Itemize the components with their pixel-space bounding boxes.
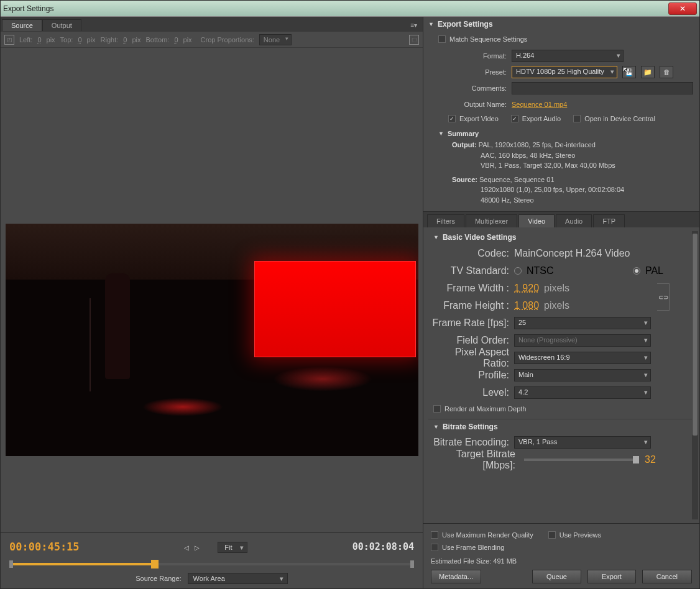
level-label: Level: <box>428 387 509 398</box>
tab-filters[interactable]: Filters <box>427 214 464 227</box>
scrubber[interactable] <box>9 558 414 570</box>
close-button[interactable]: ✕ <box>668 2 697 15</box>
video-settings-scroll: ▼ Basic Video Settings Codec: MainConcep… <box>423 227 699 523</box>
preview-area <box>1 48 423 532</box>
export-settings-window: Export Settings ✕ Source Output ≡▾ ◰ Lef… <box>0 0 700 589</box>
tv-standard-label: TV Standard: <box>428 265 509 276</box>
target-bitrate-slider[interactable] <box>524 459 636 461</box>
basic-video-header[interactable]: ▼ Basic Video Settings <box>428 230 694 245</box>
disclosure-icon: ▼ <box>433 234 439 240</box>
crop-bottom-value[interactable]: 0 <box>174 36 178 43</box>
level-dropdown[interactable]: 4.2 <box>514 386 651 399</box>
queue-button[interactable]: Queue <box>532 570 581 583</box>
frame-rate-dropdown[interactable]: 25 <box>514 317 651 329</box>
crop-top-value[interactable]: 0 <box>78 36 81 43</box>
target-bitrate-value[interactable]: 32 <box>645 454 656 465</box>
crop-right-label: Right: <box>101 36 119 43</box>
format-dropdown[interactable]: H.264 <box>512 50 624 62</box>
crop-left-label: Left: <box>19 36 32 43</box>
tab-source[interactable]: Source <box>2 19 42 31</box>
window-title: Export Settings <box>3 4 668 13</box>
preset-label: Preset: <box>438 68 507 76</box>
frame-width-label: Frame Width : <box>428 283 509 294</box>
frame-rate-label: Frame Rate [fps]: <box>428 317 509 329</box>
link-dimensions-icon[interactable]: ⊂⊃ <box>657 283 670 311</box>
use-previews-checkbox[interactable] <box>548 531 556 539</box>
frame-height-value[interactable]: 1 080 <box>514 300 539 311</box>
crop-reset-icon[interactable]: ⬚ <box>409 35 419 45</box>
current-timecode[interactable]: 00:00:45:15 <box>9 541 80 553</box>
mouse-cursor-icon: ↖ <box>622 65 630 75</box>
codec-label: Codec: <box>428 248 509 259</box>
pal-radio[interactable] <box>633 267 640 275</box>
disclosure-icon: ▼ <box>433 424 439 430</box>
scroll-thumb[interactable] <box>693 234 698 436</box>
crop-left-value[interactable]: 0 <box>37 36 41 43</box>
scrollbar[interactable] <box>692 231 698 519</box>
step-icons[interactable]: ◁ ▷ <box>184 544 201 551</box>
tab-ftp[interactable]: FTP <box>593 214 625 227</box>
match-sequence-checkbox[interactable] <box>438 35 446 43</box>
tab-output[interactable]: Output <box>42 19 81 31</box>
export-video-checkbox[interactable] <box>448 115 456 122</box>
profile-dropdown[interactable]: Main <box>514 369 651 381</box>
open-icon: 📁 <box>643 68 652 76</box>
max-render-quality-checkbox[interactable] <box>431 531 438 539</box>
bitrate-encoding-dropdown[interactable]: VBR, 1 Pass <box>514 436 651 449</box>
titlebar[interactable]: Export Settings ✕ <box>1 1 699 17</box>
field-order-dropdown[interactable]: None (Progressive) <box>514 334 651 347</box>
profile-label: Profile: <box>428 370 509 381</box>
metadata-button[interactable]: Metadata... <box>431 570 481 583</box>
target-bitrate-label: Target Bitrate [Mbps]: <box>428 449 515 471</box>
output-name-link[interactable]: Sequence 01.mp4 <box>512 101 567 108</box>
summary-source-label: Source: <box>452 176 477 183</box>
comments-input[interactable] <box>512 82 693 94</box>
preview-tabs: Source Output ≡▾ <box>1 17 423 32</box>
export-settings-header[interactable]: ▼ Export Settings <box>423 17 699 32</box>
in-point-handle[interactable] <box>9 560 13 568</box>
export-button[interactable]: Export <box>587 570 636 583</box>
max-depth-checkbox[interactable] <box>433 405 441 413</box>
delete-preset-button[interactable]: 🗑 <box>660 66 673 78</box>
import-preset-button[interactable]: 📁 <box>641 66 655 78</box>
playhead[interactable] <box>151 560 159 568</box>
trash-icon: 🗑 <box>663 68 670 76</box>
crop-bottom-label: Bottom: <box>146 36 170 43</box>
disclosure-icon: ▼ <box>438 130 444 137</box>
cancel-button[interactable]: Cancel <box>642 570 692 583</box>
frame-height-label: Frame Height : <box>428 300 509 311</box>
preset-dropdown[interactable]: HDTV 1080p 25 High Quality <box>512 66 617 78</box>
preview-red-screen <box>254 261 416 357</box>
pixel-aspect-label: Pixel Aspect Ratio: <box>428 347 509 369</box>
summary-header[interactable]: ▼ Summary <box>438 127 693 140</box>
tab-audio[interactable]: Audio <box>556 214 592 227</box>
panel-menu-icon[interactable]: ≡▾ <box>407 19 421 30</box>
match-sequence-label: Match Sequence Settings <box>449 35 527 43</box>
ntsc-radio[interactable] <box>514 267 522 275</box>
bitrate-header[interactable]: ▼ Bitrate Settings <box>428 419 694 434</box>
pixel-aspect-dropdown[interactable]: Widescreen 16:9 <box>514 352 651 364</box>
timeline: 00:00:45:15 ◁ ▷ Fit 00:02:08:04 Sour <box>1 532 423 588</box>
bitrate-encoding-label: Bitrate Encoding: <box>428 437 509 448</box>
crop-icon[interactable]: ◰ <box>4 35 14 45</box>
disclosure-icon: ▼ <box>428 21 434 27</box>
frame-blending-checkbox[interactable] <box>431 544 438 551</box>
video-preview[interactable] <box>6 224 418 456</box>
summary-output-label: Output: <box>452 141 477 148</box>
crop-right-value[interactable]: 0 <box>123 36 127 43</box>
crop-bar: ◰ Left: 0 pix Top: 0 pix Right: 0 pix Bo… <box>1 32 423 48</box>
open-device-central-checkbox[interactable] <box>573 115 581 122</box>
footer: Use Maximum Render Quality Use Previews … <box>423 523 699 588</box>
export-audio-checkbox[interactable] <box>511 115 518 122</box>
frame-width-value[interactable]: 1 920 <box>514 283 539 294</box>
zoom-fit-dropdown[interactable]: Fit <box>218 542 247 553</box>
tab-video[interactable]: Video <box>518 214 555 227</box>
codec-value: MainConcept H.264 Video <box>514 248 630 259</box>
source-range-dropdown[interactable]: Work Area <box>188 573 288 584</box>
out-point-handle[interactable] <box>410 560 414 568</box>
settings-tabs: Filters Multiplexer Video Audio FTP <box>423 212 699 227</box>
tab-multiplexer[interactable]: Multiplexer <box>466 214 517 227</box>
estimated-size-label: Estimated File Size: <box>431 557 491 565</box>
estimated-size-value: 491 MB <box>493 557 517 565</box>
crop-proportions-dropdown[interactable]: None <box>259 34 292 45</box>
